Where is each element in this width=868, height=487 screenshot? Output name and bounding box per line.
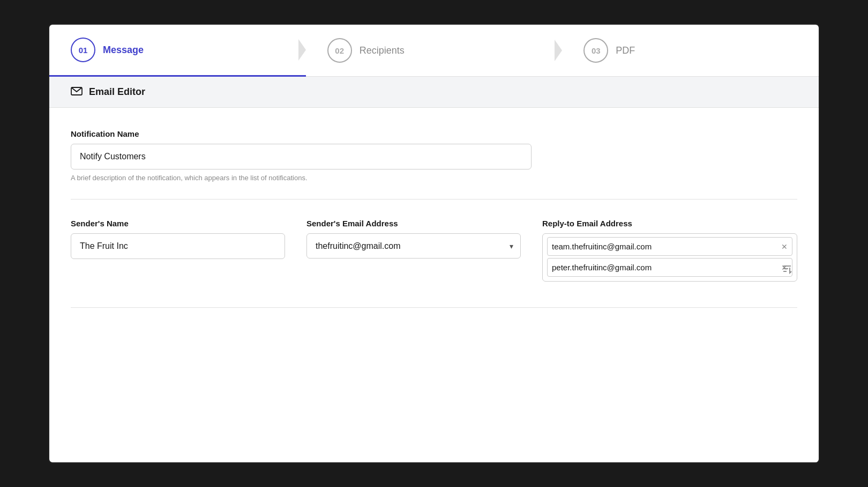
section-header-title: Email Editor bbox=[89, 86, 145, 98]
sender-email-select[interactable]: thefruitinc@gmail.com bbox=[306, 233, 521, 259]
notification-name-hint: A brief description of the notification,… bbox=[71, 174, 797, 182]
notification-name-group: Notification Name A brief description of… bbox=[71, 129, 797, 182]
step-label-1: Message bbox=[103, 45, 144, 56]
stepper: 01 Message 02 Recipients 03 PDF bbox=[49, 25, 819, 77]
step-label-2: Recipients bbox=[360, 45, 405, 56]
sort-icon[interactable] bbox=[782, 263, 792, 277]
sender-row: Sender's Name Sender's Email Address the… bbox=[71, 219, 797, 282]
divider-1 bbox=[71, 199, 797, 200]
reply-to-email-1: team.thefruitinc@gmail.com bbox=[552, 242, 652, 251]
form-content: Notification Name A brief description of… bbox=[49, 108, 819, 329]
sender-email-label: Sender's Email Address bbox=[306, 219, 521, 228]
sender-email-select-wrapper: thefruitinc@gmail.com ▾ bbox=[306, 233, 521, 259]
sender-name-label: Sender's Name bbox=[71, 219, 285, 228]
notification-name-input[interactable] bbox=[71, 144, 532, 169]
reply-to-field: Reply-to Email Address team.thefruitinc@… bbox=[542, 219, 797, 282]
reply-to-item-2: peter.thefruitinc@gmail.com ✕ bbox=[547, 258, 792, 277]
bottom-divider bbox=[71, 307, 797, 308]
sender-email-field: Sender's Email Address thefruitinc@gmail… bbox=[306, 219, 521, 259]
reply-to-email-2: peter.thefruitinc@gmail.com bbox=[552, 263, 652, 272]
reply-to-label: Reply-to Email Address bbox=[542, 219, 797, 228]
step-message[interactable]: 01 Message bbox=[49, 25, 306, 77]
step-label-3: PDF bbox=[616, 45, 635, 56]
sender-name-field: Sender's Name bbox=[71, 219, 285, 259]
reply-to-box: team.thefruitinc@gmail.com ✕ peter.thefr… bbox=[542, 233, 797, 282]
sender-name-input[interactable] bbox=[71, 233, 285, 259]
step-recipients[interactable]: 02 Recipients bbox=[306, 25, 563, 76]
reply-to-remove-1[interactable]: ✕ bbox=[781, 243, 788, 250]
reply-to-item-1: team.thefruitinc@gmail.com ✕ bbox=[547, 237, 792, 256]
step-number-3: 03 bbox=[583, 38, 608, 63]
email-editor-header: Email Editor bbox=[49, 77, 819, 108]
main-container: 01 Message 02 Recipients 03 PDF Email Ed… bbox=[48, 24, 820, 463]
email-icon bbox=[71, 87, 83, 98]
step-number-1: 01 bbox=[71, 38, 95, 62]
notification-name-label: Notification Name bbox=[71, 129, 797, 138]
step-number-2: 02 bbox=[327, 38, 352, 63]
step-pdf[interactable]: 03 PDF bbox=[562, 25, 819, 76]
